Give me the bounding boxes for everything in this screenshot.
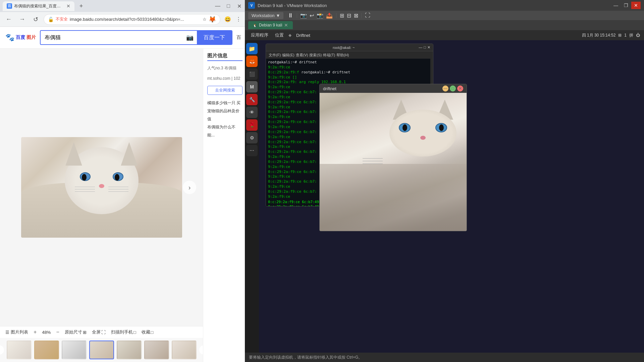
vmware-window-title: Debian 9 kali - VMware Workstation — [258, 3, 608, 8]
search-more-button[interactable]: 去全网搜索 — [207, 86, 243, 95]
browser-close-button[interactable]: ✕ — [234, 1, 244, 11]
kali-menu-places[interactable]: 位置 — [273, 32, 286, 38]
back-button[interactable]: ← — [3, 14, 14, 25]
workstation-menu-button[interactable]: Workstation ▼ — [248, 12, 283, 19]
vmware-minimize-button[interactable]: — — [611, 2, 621, 9]
zoom-out-button[interactable]: − — [56, 329, 59, 335]
driftnet-title: driftnet — [323, 86, 336, 91]
info-panel: 图片信息 人气no.3 布偶猫 mt.sohu.com | 102 去全网搜索 … — [203, 49, 247, 362]
thumbnail-2[interactable] — [34, 341, 59, 359]
snapshot-button[interactable]: 📸 — [317, 12, 323, 19]
term-menu-terminal[interactable]: 终端(T) — [323, 53, 335, 58]
thumbnail-6[interactable] — [144, 341, 169, 359]
emoji-icon[interactable]: 😄 — [223, 15, 232, 24]
url-text: image.baidu.com/search/detail?ct=5033164… — [70, 17, 201, 22]
thumb-next-button[interactable]: › — [199, 345, 203, 355]
kali-topbar: 应用程序 位置 ◆ Driftnet 四 1月 30 15:14:52 ⊞ 1 … — [245, 30, 644, 40]
vmware-restore-button[interactable]: ❐ — [621, 2, 631, 9]
driftnet-minimize-button[interactable]: — — [442, 85, 448, 92]
list-icon: ☰ — [5, 330, 9, 335]
revert-button[interactable]: ↩ — [310, 12, 314, 19]
not-secure-label: 不安全 — [56, 16, 68, 22]
sidebar-eye-icon[interactable]: 👁 — [246, 107, 258, 118]
thumb-prev-button[interactable]: ‹ — [0, 345, 4, 355]
kali-power-icon[interactable]: ⏻ — [636, 33, 640, 38]
address-bar[interactable]: 🔓 不安全 image.baidu.com/search/detail?ct=5… — [44, 14, 220, 25]
term-menu-file[interactable]: 文件(F) — [269, 53, 281, 58]
thumbnail-1[interactable] — [7, 341, 32, 359]
image-list-label[interactable]: ☰ 图片列表 — [5, 329, 28, 335]
kali-menu-apps[interactable]: 应用程序 — [249, 32, 270, 38]
popularity-label: 人气no.3 布偶猫 — [207, 65, 243, 71]
pause-button[interactable]: ⏸ — [287, 12, 293, 19]
share-button[interactable]: 📤 — [326, 12, 333, 19]
main-cat-image — [21, 137, 182, 238]
browser-tab-close-icon[interactable]: ✕ — [66, 3, 70, 9]
term-l-0: 9:2a:f9:ce — [268, 65, 431, 70]
vmware-close-button[interactable]: ✕ — [631, 2, 641, 9]
vmware-window-controls: — ❐ ✕ — [611, 2, 641, 9]
thumbnail-3[interactable] — [62, 341, 87, 359]
view-button-2[interactable]: ⊟ — [347, 12, 351, 19]
term-menu-view[interactable]: 查看(V) — [296, 53, 308, 58]
baidu-logo: 🐾 百度 图片 — [5, 33, 36, 42]
vm-tab-debian[interactable]: 🐧 Debian 9 kali ✕ — [248, 21, 293, 29]
sidebar-m-icon[interactable]: M — [246, 81, 258, 93]
thumbnail-4-active[interactable] — [89, 341, 114, 359]
view-button-1[interactable]: ⊞ — [340, 12, 344, 19]
baidu-logo-pic: 图片 — [26, 35, 36, 41]
thumbnail-7[interactable] — [172, 341, 197, 359]
browser-tab-active[interactable]: 百 布偶猫的搜索结果_百度图片搜索 ✕ — [3, 1, 74, 11]
driftnet-whisker-1 — [363, 158, 383, 159]
fullscreen-vm-button[interactable]: ⛶ — [365, 12, 370, 18]
browser-minimize-button[interactable]: — — [213, 1, 222, 11]
sidebar-firefox-icon[interactable]: 🦊 — [246, 56, 258, 67]
driftnet-window[interactable]: driftnet — □ ✕ — [319, 84, 467, 231]
baidu-logo-icon: 🐾 — [5, 33, 14, 42]
fullscreen-button[interactable]: 全屏 ⛶ — [92, 329, 106, 335]
original-size-button[interactable]: 原始尺寸 ⊞ — [65, 329, 87, 335]
browser-window-controls: — □ ✕ — [213, 1, 244, 11]
dropdown-arrow-icon: ▼ — [276, 13, 280, 18]
screenshot-button[interactable]: 📷 — [300, 12, 307, 19]
related-item-1[interactable]: 宠物猫的品种及价值 — [207, 107, 243, 123]
sidebar-tool-icon[interactable]: 🔧 — [246, 94, 258, 105]
related-item-2[interactable]: 布偶猫为什么不能... — [207, 123, 243, 139]
toolbar-icons: 😄 ⋮ — [223, 15, 243, 24]
sidebar-files-icon[interactable]: 📁 — [246, 43, 258, 54]
new-tab-button[interactable]: + — [76, 1, 86, 11]
sidebar-cherry-icon[interactable]: 🌹 — [246, 119, 258, 131]
driftnet-whisker-2 — [363, 161, 383, 161]
search-button[interactable]: 百度一下 — [197, 31, 232, 44]
sidebar-terminal-icon[interactable]: ⬛ — [246, 68, 258, 80]
kali-topbar-num: 1 — [624, 33, 627, 38]
scan-button[interactable]: 扫描到手机 □ — [111, 329, 136, 335]
sidebar-gear-icon[interactable]: ⚙ — [246, 132, 258, 143]
nav-link[interactable]: 百 — [236, 35, 241, 41]
forward-button[interactable]: → — [17, 14, 28, 25]
kali-menu-driftnet[interactable]: Driftnet — [294, 33, 312, 38]
cat-eye-left — [399, 123, 411, 132]
vm-tab-close-icon[interactable]: ✕ — [284, 22, 288, 28]
thumbnail-5[interactable] — [117, 341, 142, 359]
terminal-inner-maximize[interactable]: □ — [424, 45, 426, 50]
camera-icon[interactable]: 📷 — [183, 34, 197, 41]
collect-button[interactable]: 收藏 □ — [142, 329, 154, 335]
next-image-button[interactable]: › — [183, 181, 196, 194]
terminal-inner-close[interactable]: ✕ — [427, 45, 430, 50]
view-button-3[interactable]: ⊠ — [354, 12, 358, 19]
term-menu-search[interactable]: 搜索(S) — [309, 53, 322, 58]
sidebar-dots-icon[interactable]: ⋯ — [246, 145, 258, 156]
driftnet-close-button[interactable]: ✕ — [457, 85, 463, 92]
search-input[interactable] — [41, 32, 183, 43]
more-button[interactable]: ⋮ — [234, 15, 243, 24]
term-menu-help[interactable]: 帮助(H) — [336, 53, 349, 58]
browser-maximize-button[interactable]: □ — [224, 1, 233, 11]
refresh-button[interactable]: ↺ — [30, 14, 41, 25]
terminal-inner-minimize[interactable]: — — [419, 45, 422, 50]
term-menu-edit[interactable]: 编辑(E) — [282, 53, 294, 58]
zoom-in-button[interactable]: + — [34, 329, 37, 335]
driftnet-maximize-button[interactable]: □ — [450, 85, 456, 92]
search-box[interactable]: 📷 百度一下 — [40, 30, 232, 45]
related-item-0[interactable]: 橘猫多少钱一只 买 — [207, 99, 243, 107]
